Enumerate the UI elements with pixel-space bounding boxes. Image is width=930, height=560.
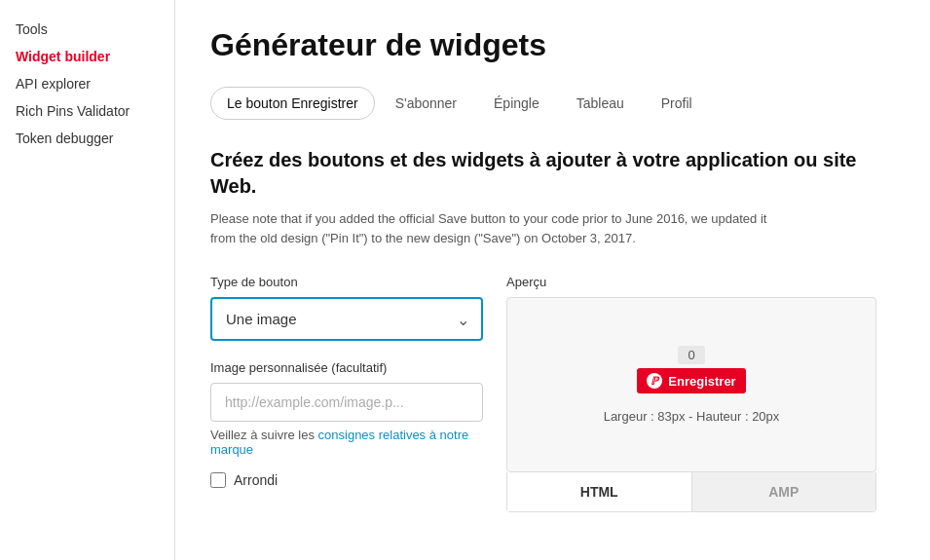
tab-pin[interactable]: Épingle (477, 87, 556, 120)
description-title: Créez des boutons et des widgets à ajout… (210, 147, 895, 200)
sidebar: Tools Widget builder API explorer Rich P… (0, 0, 175, 560)
description-note: Please note that if you added the offici… (210, 209, 795, 247)
sidebar-item-rich-pins-validator[interactable]: Rich Pins Validator (0, 97, 174, 125)
rounded-checkbox[interactable] (210, 472, 226, 488)
code-tab-amp[interactable]: AMP (692, 472, 876, 511)
preview-badge-area: 0 ℙ Enregistrer (637, 346, 745, 393)
rounded-checkbox-row: Arrondi (210, 472, 483, 488)
pinterest-button-label: Enregistrer (668, 374, 735, 389)
code-tab-html[interactable]: HTML (507, 472, 692, 511)
sidebar-item-token-debugger[interactable]: Token debugger (0, 125, 174, 152)
button-type-label: Type de bouton (210, 275, 483, 289)
image-url-input[interactable] (210, 383, 483, 422)
pinterest-save-button[interactable]: ℙ Enregistrer (637, 368, 745, 393)
sidebar-item-api-explorer[interactable]: API explorer (0, 70, 174, 97)
preview-box: 0 ℙ Enregistrer Largeur : 83px - Hauteur… (506, 297, 876, 472)
tab-follow[interactable]: S'abonner (379, 87, 473, 120)
button-type-select[interactable]: Une image Toutes les images Image person… (210, 297, 483, 341)
pinterest-p-icon: ℙ (647, 373, 662, 389)
preview-dimensions: Largeur : 83px - Hauteur : 20px (604, 409, 780, 424)
sidebar-item-widget-builder[interactable]: Widget builder (0, 43, 174, 70)
page-title: Générateur de widgets (210, 27, 895, 63)
rounded-label: Arrondi (234, 472, 278, 488)
preview-label: Aperçu (506, 275, 876, 289)
form-column: Type de bouton Une image Toutes les imag… (210, 275, 483, 512)
code-tabs: HTML AMP (506, 472, 876, 512)
image-input-label: Image personnalisée (facultatif) (210, 360, 483, 375)
preview-count: 0 (678, 346, 704, 364)
tab-save-button[interactable]: Le bouton Enregistrer (210, 87, 375, 120)
form-preview-layout: Type de bouton Une image Toutes les imag… (210, 275, 895, 512)
tabs-bar: Le bouton Enregistrer S'abonner Épingle … (210, 87, 895, 120)
sidebar-item-tools[interactable]: Tools (0, 16, 174, 43)
brand-note: Veillez à suivre les consignes relatives… (210, 428, 483, 457)
tab-board[interactable]: Tableau (560, 87, 641, 120)
preview-column: Aperçu 0 ℙ Enregistrer Largeur : 83px - … (506, 275, 876, 512)
main-content: Générateur de widgets Le bouton Enregist… (175, 0, 930, 560)
tab-profile[interactable]: Profil (645, 87, 709, 120)
button-type-select-wrapper: Une image Toutes les images Image person… (210, 297, 483, 341)
